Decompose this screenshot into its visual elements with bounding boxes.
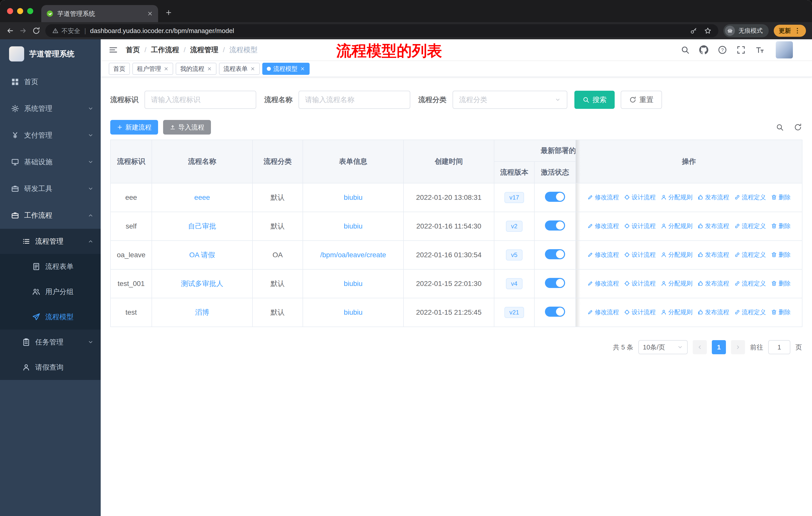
question-icon[interactable] bbox=[718, 45, 727, 54]
create-process-button[interactable]: 新建流程 bbox=[110, 120, 158, 135]
process-name-link[interactable]: 滔博 bbox=[195, 308, 209, 316]
sidebar-item-infrastructure[interactable]: 基础设施 bbox=[0, 148, 101, 175]
zoom-window-button[interactable] bbox=[27, 8, 33, 14]
sidebar-item-workflow[interactable]: 工作流程 bbox=[0, 202, 101, 229]
process-name-link[interactable]: 自己审批 bbox=[188, 222, 216, 230]
active-toggle[interactable] bbox=[545, 278, 565, 288]
breadcrumb-item[interactable]: 工作流程 bbox=[151, 45, 179, 55]
key-icon[interactable] bbox=[690, 27, 697, 34]
process-name-link[interactable]: 测试多审批人 bbox=[181, 280, 223, 288]
browser-tab[interactable]: 芋道管理系统 bbox=[41, 5, 158, 22]
publish-process-link[interactable]: 发布流程 bbox=[697, 308, 729, 316]
tag-home[interactable]: 首页 bbox=[109, 63, 130, 75]
search-button[interactable]: 搜索 bbox=[574, 91, 615, 109]
close-window-button[interactable] bbox=[7, 8, 13, 14]
tag-my-process[interactable]: 我的流程 bbox=[176, 63, 216, 75]
prev-page-button[interactable] bbox=[693, 340, 707, 354]
process-key-input[interactable] bbox=[144, 91, 256, 109]
reload-button[interactable] bbox=[32, 27, 40, 35]
font-size-icon[interactable] bbox=[755, 45, 764, 54]
delete-link[interactable]: 删除 bbox=[771, 251, 791, 259]
sidebar-toggle-button[interactable] bbox=[109, 45, 118, 54]
incognito-badge[interactable]: 无痕模式 bbox=[723, 24, 769, 37]
forward-button[interactable] bbox=[19, 27, 27, 35]
goto-page-input[interactable] bbox=[768, 340, 790, 354]
reset-button[interactable]: 重置 bbox=[621, 91, 662, 109]
active-toggle[interactable] bbox=[545, 220, 565, 230]
user-avatar[interactable] bbox=[776, 41, 793, 58]
modify-process-link[interactable]: 修改流程 bbox=[587, 222, 619, 230]
modify-process-link[interactable]: 修改流程 bbox=[587, 193, 619, 201]
next-page-button[interactable] bbox=[731, 340, 745, 354]
import-process-button[interactable]: 导入流程 bbox=[163, 120, 211, 135]
page-size-select[interactable]: 10条/页 bbox=[638, 340, 688, 354]
sidebar-item-process-management[interactable]: 流程管理 bbox=[0, 229, 101, 254]
sidebar-item-task-management[interactable]: 任务管理 bbox=[0, 330, 101, 355]
minimize-window-button[interactable] bbox=[17, 8, 23, 14]
close-icon[interactable] bbox=[300, 66, 305, 71]
assign-rule-link[interactable]: 分配规则 bbox=[661, 308, 692, 316]
process-definition-link[interactable]: 流程定义 bbox=[734, 279, 766, 288]
assign-rule-link[interactable]: 分配规则 bbox=[661, 193, 692, 201]
close-icon[interactable] bbox=[164, 66, 169, 71]
active-toggle[interactable] bbox=[545, 192, 565, 202]
form-info-link[interactable]: /bpm/oa/leave/create bbox=[320, 251, 386, 259]
publish-process-link[interactable]: 发布流程 bbox=[697, 193, 729, 201]
design-process-link[interactable]: 设计流程 bbox=[624, 193, 656, 201]
new-tab-button[interactable] bbox=[161, 5, 176, 20]
tag-tenant[interactable]: 租户管理 bbox=[133, 63, 173, 75]
github-icon[interactable] bbox=[699, 45, 708, 54]
delete-link[interactable]: 删除 bbox=[771, 279, 791, 288]
delete-link[interactable]: 删除 bbox=[771, 222, 791, 230]
publish-process-link[interactable]: 发布流程 bbox=[697, 279, 729, 288]
process-definition-link[interactable]: 流程定义 bbox=[734, 222, 766, 230]
process-name-link[interactable]: eeee bbox=[194, 193, 210, 201]
modify-process-link[interactable]: 修改流程 bbox=[587, 279, 619, 288]
modify-process-link[interactable]: 修改流程 bbox=[587, 251, 619, 259]
design-process-link[interactable]: 设计流程 bbox=[624, 308, 656, 316]
sidebar-item-leave-query[interactable]: 请假查询 bbox=[0, 355, 101, 380]
process-definition-link[interactable]: 流程定义 bbox=[734, 308, 766, 316]
assign-rule-link[interactable]: 分配规则 bbox=[661, 222, 692, 230]
sidebar-item-user-group[interactable]: 用户分组 bbox=[0, 279, 101, 304]
form-info-link[interactable]: biubiu bbox=[344, 308, 363, 316]
process-definition-link[interactable]: 流程定义 bbox=[734, 193, 766, 201]
form-info-link[interactable]: biubiu bbox=[344, 222, 363, 230]
form-info-link[interactable]: biubiu bbox=[344, 193, 363, 201]
active-toggle[interactable] bbox=[545, 307, 565, 317]
page-number-button[interactable]: 1 bbox=[712, 340, 726, 354]
process-definition-link[interactable]: 流程定义 bbox=[734, 251, 766, 259]
breadcrumb-item[interactable]: 流程管理 bbox=[190, 45, 219, 55]
breadcrumb-item[interactable]: 首页 bbox=[126, 45, 140, 55]
fullscreen-icon[interactable] bbox=[736, 45, 746, 54]
show-search-button[interactable] bbox=[776, 123, 784, 131]
close-icon[interactable] bbox=[207, 66, 212, 71]
tag-process-form[interactable]: 流程表单 bbox=[219, 63, 260, 75]
sidebar-item-home[interactable]: 首页 bbox=[0, 69, 101, 95]
sidebar-item-dev-tools[interactable]: 研发工具 bbox=[0, 175, 101, 202]
form-info-link[interactable]: biubiu bbox=[344, 280, 363, 288]
process-name-input[interactable] bbox=[298, 91, 410, 109]
delete-link[interactable]: 删除 bbox=[771, 193, 791, 201]
security-indicator[interactable]: 不安全 bbox=[52, 27, 80, 35]
assign-rule-link[interactable]: 分配规则 bbox=[661, 251, 692, 259]
design-process-link[interactable]: 设计流程 bbox=[624, 251, 656, 259]
tab-close-icon[interactable] bbox=[147, 10, 153, 17]
search-icon[interactable] bbox=[680, 45, 690, 54]
address-bar[interactable]: 不安全 | dashboard.yudao.iocoder.cn/bpm/man… bbox=[45, 24, 718, 37]
design-process-link[interactable]: 设计流程 bbox=[624, 279, 656, 288]
close-icon[interactable] bbox=[250, 66, 255, 71]
sidebar-item-process-form[interactable]: 流程表单 bbox=[0, 254, 101, 279]
sidebar-item-process-model[interactable]: 流程模型 bbox=[0, 304, 101, 330]
publish-process-link[interactable]: 发布流程 bbox=[697, 222, 729, 230]
design-process-link[interactable]: 设计流程 bbox=[624, 222, 656, 230]
update-menu-button[interactable]: 更新 bbox=[774, 25, 806, 37]
tag-process-model[interactable]: 流程模型 bbox=[262, 63, 310, 75]
process-name-link[interactable]: OA 请假 bbox=[189, 251, 215, 259]
sidebar-item-system[interactable]: 系统管理 bbox=[0, 95, 101, 122]
assign-rule-link[interactable]: 分配规则 bbox=[661, 279, 692, 288]
publish-process-link[interactable]: 发布流程 bbox=[697, 251, 729, 259]
active-toggle[interactable] bbox=[545, 249, 565, 259]
delete-link[interactable]: 删除 bbox=[771, 308, 791, 316]
refresh-table-button[interactable] bbox=[794, 123, 802, 131]
